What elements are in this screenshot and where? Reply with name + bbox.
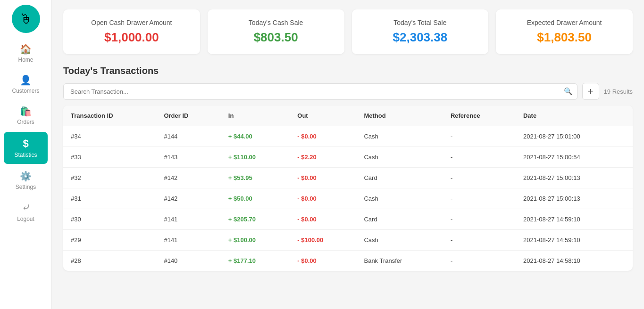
card-expected-drawer-label: Expected Drawer Amount: [507, 19, 621, 26]
cell-method: Cash: [356, 230, 443, 251]
table-row: #29 #141 + $100.00 - $100.00 Cash - 2021…: [63, 230, 633, 251]
cell-oid: #142: [156, 168, 220, 188]
cell-in: + $50.00: [221, 188, 290, 209]
cell-in: + $110.00: [221, 147, 290, 168]
card-total-sale-label: Today's Total Sale: [363, 19, 477, 26]
table-row: #33 #143 + $110.00 - $2.20 Cash - 2021-0…: [63, 147, 633, 168]
sidebar-item-logout[interactable]: ⤶ Logout: [0, 196, 51, 228]
cell-out: - $0.00: [290, 126, 356, 147]
cell-out: - $0.00: [290, 168, 356, 188]
transactions-section: Today's Transactions 🔍 + 19 Results Tran…: [63, 65, 633, 271]
cell-out: - $0.00: [290, 251, 356, 271]
cell-in: + $44.00: [221, 126, 290, 147]
cell-out: - $2.20: [290, 147, 356, 168]
settings-icon: ⚙️: [20, 171, 32, 182]
cell-method: Card: [356, 168, 443, 188]
card-cash-sale-value: $803.50: [219, 30, 333, 45]
cell-method: Cash: [356, 126, 443, 147]
cell-method: Cash: [356, 188, 443, 209]
table-header-row: Transaction ID Order ID In Out Method Re…: [63, 106, 633, 126]
cell-in: + $205.70: [221, 209, 290, 230]
cell-tid: #31: [63, 188, 156, 209]
search-button[interactable]: 🔍: [564, 87, 573, 96]
orders-icon: 🛍️: [20, 106, 32, 117]
sidebar-item-statistics[interactable]: $ Statistics: [4, 132, 48, 164]
cell-date: 2021-08-27 15:01:00: [516, 126, 633, 147]
summary-cards: Open Cash Drawer Amount $1,000.00 Today'…: [63, 9, 633, 54]
cell-ref: -: [443, 209, 516, 230]
card-open-cash: Open Cash Drawer Amount $1,000.00: [63, 9, 200, 54]
table-row: #30 #141 + $205.70 - $0.00 Card - 2021-0…: [63, 209, 633, 230]
col-method: Method: [356, 106, 443, 126]
card-expected-drawer: Expected Drawer Amount $1,803.50: [496, 9, 633, 54]
transactions-title: Today's Transactions: [63, 65, 633, 76]
search-input[interactable]: [63, 83, 577, 100]
search-wrapper: 🔍: [63, 83, 577, 100]
cell-oid: #141: [156, 209, 220, 230]
cell-out: - $0.00: [290, 209, 356, 230]
sidebar-item-home[interactable]: 🏠 Home: [0, 38, 51, 69]
cell-oid: #140: [156, 251, 220, 271]
sidebar-item-customers-label: Customers: [12, 88, 39, 94]
card-total-sale-value: $2,303.38: [363, 30, 477, 45]
main-content: Open Cash Drawer Amount $1,000.00 Today'…: [52, 0, 644, 309]
add-transaction-button[interactable]: +: [582, 83, 599, 100]
sidebar-item-settings-label: Settings: [16, 184, 36, 190]
cell-tid: #33: [63, 147, 156, 168]
sidebar-item-home-label: Home: [18, 57, 33, 63]
cell-method: Cash: [356, 147, 443, 168]
sidebar-item-settings[interactable]: ⚙️ Settings: [0, 165, 51, 196]
cell-date: 2021-08-27 14:59:10: [516, 230, 633, 251]
cell-out: - $0.00: [290, 188, 356, 209]
cell-date: 2021-08-27 14:58:10: [516, 251, 633, 271]
sidebar-item-orders[interactable]: 🛍️ Orders: [0, 100, 51, 131]
cell-oid: #144: [156, 126, 220, 147]
col-order-id: Order ID: [156, 106, 220, 126]
cell-ref: -: [443, 126, 516, 147]
home-icon: 🏠: [20, 43, 32, 55]
table-row: #31 #142 + $50.00 - $0.00 Cash - 2021-08…: [63, 188, 633, 209]
sidebar-item-logout-label: Logout: [17, 216, 34, 222]
cell-ref: -: [443, 147, 516, 168]
transactions-table: Transaction ID Order ID In Out Method Re…: [63, 106, 633, 271]
cell-method: Bank Transfer: [356, 251, 443, 271]
toolbar: 🔍 + 19 Results: [63, 83, 633, 100]
sidebar-item-orders-label: Orders: [17, 119, 34, 125]
cell-tid: #32: [63, 168, 156, 188]
col-out: Out: [290, 106, 356, 126]
table-row: #28 #140 + $177.10 - $0.00 Bank Transfer…: [63, 251, 633, 271]
customers-icon: 👤: [20, 74, 32, 86]
cell-in: + $177.10: [221, 251, 290, 271]
card-open-cash-label: Open Cash Drawer Amount: [75, 19, 189, 26]
cell-tid: #29: [63, 230, 156, 251]
results-count: 19 Results: [604, 88, 633, 95]
transactions-table-container: Transaction ID Order ID In Out Method Re…: [63, 106, 633, 271]
logout-icon: ⤶: [22, 202, 30, 214]
card-expected-drawer-value: $1,803.50: [507, 30, 621, 45]
cell-ref: -: [443, 168, 516, 188]
app-logo: 🖰: [12, 5, 40, 33]
statistics-icon: $: [23, 138, 28, 150]
cell-in: + $100.00: [221, 230, 290, 251]
card-total-sale: Today's Total Sale $2,303.38: [352, 9, 489, 54]
cell-date: 2021-08-27 14:59:10: [516, 209, 633, 230]
card-cash-sale: Today's Cash Sale $803.50: [208, 9, 344, 54]
cell-ref: -: [443, 230, 516, 251]
col-reference: Reference: [443, 106, 516, 126]
col-transaction-id: Transaction ID: [63, 106, 156, 126]
cell-in: + $53.95: [221, 168, 290, 188]
cell-oid: #141: [156, 230, 220, 251]
sidebar-item-customers[interactable]: 👤 Customers: [0, 69, 51, 100]
cell-ref: -: [443, 188, 516, 209]
cell-out: - $100.00: [290, 230, 356, 251]
cell-tid: #28: [63, 251, 156, 271]
cell-date: 2021-08-27 15:00:13: [516, 188, 633, 209]
table-row: #32 #142 + $53.95 - $0.00 Card - 2021-08…: [63, 168, 633, 188]
table-row: #34 #144 + $44.00 - $0.00 Cash - 2021-08…: [63, 126, 633, 147]
cell-tid: #30: [63, 209, 156, 230]
cell-tid: #34: [63, 126, 156, 147]
col-in: In: [221, 106, 290, 126]
card-cash-sale-label: Today's Cash Sale: [219, 19, 333, 26]
col-date: Date: [516, 106, 633, 126]
sidebar: 🖰 🏠 Home 👤 Customers 🛍️ Orders $ Statist…: [0, 0, 52, 309]
